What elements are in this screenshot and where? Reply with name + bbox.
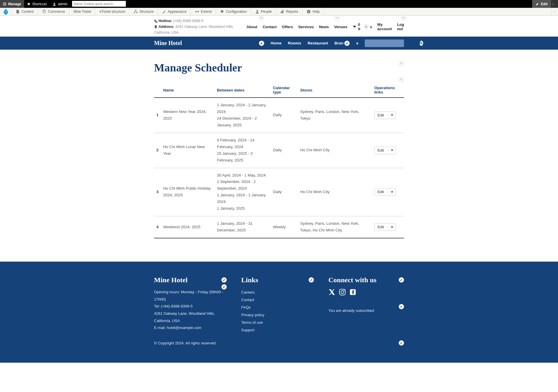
- cart-suffix: s: [370, 25, 372, 29]
- collapse-button[interactable]: |←: [551, 0, 558, 8]
- svg-rect-11: [281, 12, 282, 13]
- table-row: 1Western New Year 2024, 20251 January, 2…: [154, 98, 404, 133]
- mainnav-bran[interactable]: Bran: [335, 41, 344, 45]
- edit-dropdown[interactable]: Edit: [374, 147, 396, 154]
- edit-pencil-icon[interactable]: ✎: [399, 61, 404, 66]
- manage-button[interactable]: Manage: [0, 0, 24, 8]
- row-calendar-type: Daily: [271, 168, 298, 216]
- edit-pencil-icon[interactable]: [399, 277, 404, 283]
- shortcuts-button[interactable]: Shortcuts: [24, 0, 50, 8]
- topnav-offers[interactable]: Offers: [282, 25, 293, 29]
- edit-pencil-icon[interactable]: ✎: [364, 24, 369, 29]
- table-header: Name: [161, 83, 215, 98]
- x-icon[interactable]: [328, 289, 335, 296]
- hotline-label: Hotline:: [158, 19, 172, 23]
- phone-icon: [154, 19, 158, 23]
- pin-icon: [154, 25, 158, 29]
- footer-about: Mine Hotel Opening hours: Monday - Frida…: [154, 276, 230, 334]
- edit-dropdown[interactable]: Edit: [374, 112, 396, 119]
- admin-search-input[interactable]: [72, 1, 126, 7]
- edit-pencil-icon[interactable]: [221, 284, 227, 289]
- pencil-icon: [536, 2, 539, 6]
- row-index: 4: [154, 216, 161, 238]
- edit-pencil-icon[interactable]: ✎: [399, 77, 404, 82]
- edit-pencil-icon[interactable]: [399, 340, 404, 346]
- admin-menu-people[interactable]: People: [251, 8, 276, 15]
- edit-pencil-icon[interactable]: [259, 41, 264, 46]
- cart-count: 0 it: [358, 22, 362, 31]
- user-button[interactable]: admin: [50, 0, 70, 8]
- topnav-services[interactable]: Services: [298, 25, 314, 29]
- edit-pencil-icon[interactable]: [344, 41, 350, 46]
- footer-link-privacy-policy[interactable]: Privacy policy: [241, 311, 317, 319]
- footer-link-contact[interactable]: Contact: [241, 296, 317, 304]
- cart-link[interactable]: 0 it ✎ s: [353, 22, 372, 31]
- topnav-venues[interactable]: Venues: [334, 25, 348, 29]
- svg-marker-3: [27, 2, 31, 6]
- admin-menu-mine-ticket[interactable]: Mine Ticket: [69, 8, 96, 15]
- contact-nav: AboutContactOffersServicesNewsVenues 0 i…: [246, 22, 404, 31]
- mainnav-restaurant[interactable]: Restaurant: [307, 41, 328, 45]
- secondary-collapse[interactable]: ←: [551, 8, 558, 15]
- admin-menu-configuration[interactable]: Configuration: [216, 8, 251, 15]
- subscribed-text: You are already subscribed: [328, 308, 404, 313]
- edit-pencil-icon[interactable]: ✎: [335, 15, 340, 20]
- chevron-down-icon: [388, 226, 396, 228]
- edit-pencil-icon[interactable]: [399, 304, 404, 309]
- row-dates: 1 January, 2024 - 31 December, 2025: [214, 216, 271, 238]
- row-calendar-type: Weekly: [271, 216, 298, 238]
- table-header: Stores: [298, 83, 372, 98]
- admin-toolbar: Manage Shortcuts admin Edit |←: [0, 0, 558, 8]
- edit-button[interactable]: Edit: [532, 0, 551, 8]
- edit-pencil-icon[interactable]: [309, 277, 314, 283]
- row-stores: Sydney, Paris, London, New York, Tokyo: [298, 98, 372, 133]
- topnav-contact[interactable]: Contact: [262, 25, 276, 29]
- footer-link-terms-of-use[interactable]: Terms of use: [241, 319, 317, 326]
- admin-menu-eticket-structure[interactable]: eTicket structure: [95, 8, 129, 15]
- edit-pencil-icon[interactable]: ✎: [259, 15, 264, 20]
- mainnav-s[interactable]: s: [356, 41, 358, 45]
- drupal-logo[interactable]: [0, 8, 12, 15]
- footer-link-support[interactable]: Support: [241, 326, 317, 334]
- edit-dropdown[interactable]: Edit: [374, 188, 396, 196]
- user-icon: [53, 2, 56, 6]
- search-submit-icon[interactable]: [420, 41, 423, 46]
- admin-menu-appearance[interactable]: Appearance: [158, 8, 191, 15]
- admin-menu-commerce[interactable]: Commerce: [38, 8, 69, 15]
- mainnav-home[interactable]: Home: [271, 41, 282, 45]
- my-account-link[interactable]: My account: [377, 22, 392, 31]
- admin-menu-content[interactable]: Content: [12, 8, 38, 15]
- footer-address: 4281 Oakway Lane, Woodland Hills, Califo…: [154, 310, 230, 324]
- admin-menu-help[interactable]: ?Help: [303, 8, 324, 15]
- edit-dropdown[interactable]: Edit: [374, 223, 396, 231]
- topnav-about[interactable]: About: [246, 25, 257, 29]
- page-title: Manage Scheduler: [154, 61, 404, 74]
- site-search-input[interactable]: [369, 41, 418, 45]
- edit-pencil-icon[interactable]: ✎: [401, 15, 406, 20]
- footer-tel: Tel: (+84)-9388-9399-5: [154, 303, 230, 310]
- hotline-value: (+84)-9388-9399-5: [173, 19, 204, 23]
- edit-pencil-icon[interactable]: [221, 277, 227, 283]
- svg-point-17: [355, 28, 356, 28]
- logout-link[interactable]: Log out: [397, 22, 404, 31]
- footer-link-careers[interactable]: Careers: [241, 289, 317, 296]
- topnav-news[interactable]: News: [319, 25, 329, 29]
- mainnav-rooms[interactable]: Rooms: [288, 41, 301, 45]
- row-operations: Edit: [372, 133, 404, 168]
- table-header: Calendar type: [271, 83, 298, 98]
- copyright-text: © Copyright 2024. All rights reserved: [154, 341, 216, 345]
- svg-rect-5: [135, 10, 136, 11]
- admin-menu-reports[interactable]: Reports: [276, 8, 303, 15]
- svg-rect-12: [282, 11, 282, 13]
- instagram-icon[interactable]: [339, 289, 346, 296]
- table-row: 3Ho Chi Minh Public Holiday 2024, 202530…: [154, 168, 404, 216]
- table-header: [154, 83, 161, 98]
- admin-menu-structure[interactable]: Structure: [130, 8, 158, 15]
- footer-link-faqs[interactable]: FAQs: [241, 304, 317, 311]
- site-search[interactable]: [365, 39, 404, 47]
- facebook-icon[interactable]: [349, 289, 356, 296]
- svg-point-4: [54, 3, 55, 4]
- admin-menu-extend[interactable]: Extend: [191, 8, 216, 15]
- row-dates: 8 February, 2024 - 14 February, 202425 J…: [214, 133, 271, 168]
- brand-title[interactable]: Mine Hotel: [154, 40, 182, 46]
